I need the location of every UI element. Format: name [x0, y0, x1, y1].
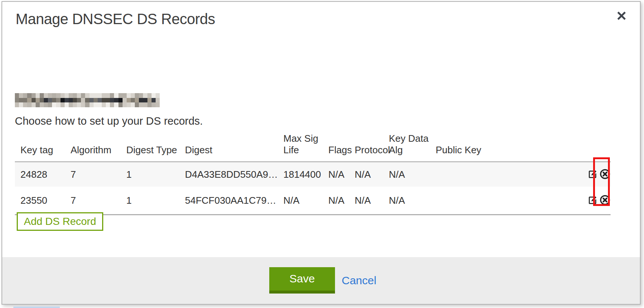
cell-max-sig-life: N/A — [283, 187, 328, 215]
close-button[interactable] — [613, 7, 630, 24]
cell-algorithm: 7 — [71, 187, 126, 215]
table-header-row: Key tag Algorithm Digest Type Digest Max… — [15, 133, 611, 162]
manage-dnssec-modal: Manage DNSSEC DS Records Choose how to s… — [1, 1, 641, 305]
cell-key-data-alg: N/A — [389, 162, 436, 187]
col-header-public-key: Public Key — [436, 133, 583, 162]
add-ds-record-button[interactable]: Add DS Record — [17, 212, 103, 231]
close-icon — [616, 10, 627, 22]
cell-key-data-alg: N/A — [389, 187, 436, 215]
background-content-fragment — [13, 307, 60, 308]
col-header-algorithm: Algorithm — [71, 133, 126, 162]
cancel-link[interactable]: Cancel — [342, 267, 376, 294]
ds-records-table: Key tag Algorithm Digest Type Digest Max… — [15, 133, 611, 215]
save-button[interactable]: Save — [269, 267, 335, 294]
col-header-digest: Digest — [185, 133, 283, 162]
edit-record-button[interactable] — [588, 195, 598, 206]
cell-protocol: N/A — [355, 162, 389, 187]
col-header-flags: Flags — [328, 133, 355, 162]
modal-footer: Save Cancel — [2, 257, 640, 304]
cell-digest: 54FCF030AA1C79… — [185, 187, 283, 215]
delete-record-button[interactable] — [599, 168, 611, 181]
cell-key-tag: 23550 — [15, 187, 71, 215]
cell-digest: D4A33E8DD550A9… — [185, 162, 283, 187]
cell-actions — [583, 187, 611, 215]
cell-flags: N/A — [328, 162, 355, 187]
edit-record-button[interactable] — [588, 169, 598, 180]
edit-pencil-square-icon — [588, 195, 598, 205]
table-row: 24828 7 1 D4A33E8DD550A9… 1814400 N/A N/… — [15, 162, 611, 187]
cell-public-key — [436, 187, 583, 215]
cell-max-sig-life: 1814400 — [283, 162, 328, 187]
col-header-max-sig-life: Max Sig Life — [283, 133, 328, 162]
col-header-key-tag: Key tag — [15, 133, 71, 162]
col-header-digest-type: Digest Type — [126, 133, 185, 162]
cell-key-tag: 24828 — [15, 162, 71, 187]
cell-digest-type: 1 — [126, 187, 185, 215]
cell-digest-type: 1 — [126, 162, 185, 187]
instruction-text: Choose how to set up your DS records. — [15, 115, 203, 127]
cell-public-key — [436, 162, 583, 187]
col-header-protocol: Protocol — [355, 133, 389, 162]
page-background: Manage DNSSEC DS Records Choose how to s… — [0, 0, 644, 308]
delete-circle-x-icon — [599, 168, 611, 180]
col-header-key-data-alg: Key Data Alg — [389, 133, 436, 162]
edit-pencil-square-icon — [588, 169, 598, 179]
cell-flags: N/A — [328, 187, 355, 215]
table-row: 23550 7 1 54FCF030AA1C79… N/A N/A N/A N/… — [15, 187, 611, 215]
cell-protocol: N/A — [355, 187, 389, 215]
col-header-actions — [583, 133, 611, 162]
page-title: Manage DNSSEC DS Records — [16, 11, 215, 27]
cell-actions — [583, 162, 611, 187]
delete-circle-x-icon — [599, 194, 611, 206]
delete-record-button[interactable] — [599, 194, 611, 207]
cell-algorithm: 7 — [71, 162, 126, 187]
redacted-domain — [15, 93, 160, 107]
